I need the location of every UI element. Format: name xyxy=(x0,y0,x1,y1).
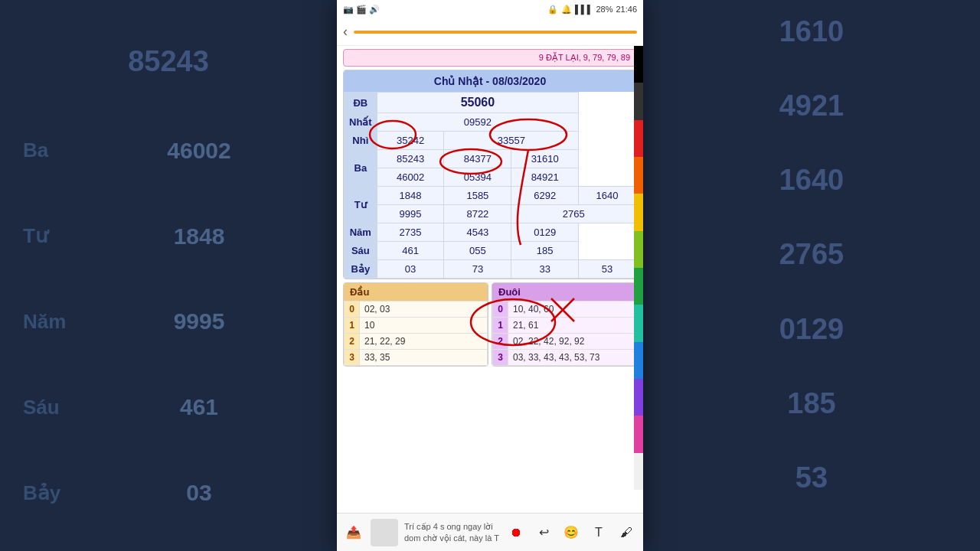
share-icon[interactable]: 📤 xyxy=(343,522,364,543)
sau-label: Sáu xyxy=(345,242,377,260)
dau-num: 2 xyxy=(345,334,360,350)
duoi-val: 21, 61 xyxy=(508,318,636,334)
bay-val-3: 33 xyxy=(511,260,579,279)
lottery-title: Chủ Nhật - 08/03/2020 xyxy=(344,70,636,92)
top-info-text: ĐẶT LẠI, 9, 79, 79, 89 xyxy=(546,53,630,62)
dau-num: 1 xyxy=(345,318,360,334)
undo-icon[interactable]: ↩ xyxy=(533,522,554,543)
color-orange xyxy=(634,157,643,194)
bg-val: 46002 xyxy=(77,138,322,164)
brush-icon[interactable]: 🖌 xyxy=(616,522,637,543)
duoi-row: 1 21, 61 xyxy=(493,318,636,334)
bg-val: 185 xyxy=(787,387,835,461)
emoji-icon[interactable]: 😊 xyxy=(560,522,582,543)
color-green xyxy=(634,268,643,305)
duoi-row: 3 03, 33, 43, 43, 53, 73 xyxy=(493,350,636,366)
duoi-row: 0 10, 40, 60 xyxy=(493,302,636,318)
thumbnail xyxy=(371,519,398,546)
tu-val-4: 1640 xyxy=(579,187,636,205)
nhat-label: Nhất xyxy=(345,113,377,132)
bg-val: 0129 xyxy=(779,313,844,387)
duoi-val: 02, 22, 42, 92, 92 xyxy=(508,334,636,350)
color-bar xyxy=(634,46,643,490)
duoi-num: 2 xyxy=(493,334,508,350)
record-button[interactable]: ⏺ xyxy=(505,522,527,543)
color-black xyxy=(634,46,643,83)
duoi-num: 0 xyxy=(493,302,508,318)
bg-val: 85243 xyxy=(15,45,322,78)
sau-val-1: 461 xyxy=(377,242,444,260)
nhi-val-1: 35242 xyxy=(377,132,444,150)
dau-box: Đầu 0 02, 03 1 10 2 21, 22, 29 3 33, 35 xyxy=(343,282,488,367)
duoi-val: 10, 40, 60 xyxy=(508,302,636,318)
bg-val: 1848 xyxy=(77,223,322,249)
color-teal xyxy=(634,305,643,341)
bg-row: Ba 46002 xyxy=(15,135,322,167)
db-label: ĐB xyxy=(345,93,377,113)
dau-val: 10 xyxy=(360,318,488,334)
bg-val: 9995 xyxy=(77,308,322,334)
background-left: 85243 Ba 46002 Tư 1848 Năm 9995 Sáu 461 … xyxy=(0,0,337,551)
status-bar: 📷 🎬 🔊 🔒 🔔 ▌▌▌ 28% 21:46 xyxy=(337,0,643,18)
color-white xyxy=(634,453,643,490)
table-row-bay: Bảy 03 73 33 53 xyxy=(345,260,636,279)
duoi-val: 03, 33, 43, 43, 53, 73 xyxy=(508,350,636,366)
progress-bar xyxy=(354,31,637,34)
bg-val: 461 xyxy=(77,394,322,420)
ba-val-1: 85243 xyxy=(377,150,444,168)
bay-label: Bảy xyxy=(345,260,377,279)
db-value: 55060 xyxy=(377,93,578,113)
bg-val: 4921 xyxy=(779,90,844,164)
tu-label: Tư xyxy=(345,187,377,223)
bg-label: Tư xyxy=(15,223,77,249)
nhi-val-2: 33557 xyxy=(444,132,579,150)
bg-row: Năm 9995 xyxy=(15,305,322,337)
bell-icon: 🔔 xyxy=(561,5,572,15)
tu-val-6: 8722 xyxy=(444,205,511,223)
nam-val-3: 0129 xyxy=(511,223,579,242)
table-row-ba2: 46002 05394 84921 xyxy=(345,168,636,187)
dau-header: Đầu xyxy=(344,283,488,301)
ba-val-2: 84377 xyxy=(444,150,511,168)
table-row-nam: Năm 2735 4543 0129 xyxy=(345,223,636,242)
bay-val-4: 53 xyxy=(579,260,636,279)
ba-val-4: 46002 xyxy=(377,168,444,187)
dau-row: 3 33, 35 xyxy=(345,350,488,366)
duoi-box: Đuôi 0 10, 40, 60 1 21, 61 2 02, 22, 42,… xyxy=(492,282,637,367)
nam-val-1: 2735 xyxy=(377,223,444,242)
nhat-value: 09592 xyxy=(377,113,578,132)
bottom-text: Trí cấp 4 s ong ngay lời dom chờ vội cát… xyxy=(404,521,499,543)
bg-row: Tư 1848 xyxy=(15,220,322,253)
sau-val-2: 055 xyxy=(444,242,511,260)
table-row-db: ĐB 55060 xyxy=(345,93,636,113)
color-pink xyxy=(634,416,643,452)
bg-row: Sáu 461 xyxy=(15,391,322,423)
bg-val: 03 xyxy=(77,480,322,506)
tu-val-7: 2765 xyxy=(511,205,636,223)
color-darkgray xyxy=(634,83,643,119)
back-button[interactable]: ‹ xyxy=(343,24,348,40)
dau-val: 33, 35 xyxy=(360,350,488,366)
nav-bar: ‹ xyxy=(337,18,643,46)
tu-val-5: 9995 xyxy=(377,205,444,223)
lock-icon: 🔒 xyxy=(547,5,558,15)
bg-label: Bảy xyxy=(15,480,77,506)
text-icon[interactable]: T xyxy=(588,522,609,543)
nhi-label: Nhì xyxy=(345,132,377,150)
lottery-table: ĐB 55060 Nhất 09592 Nhì 35242 33557 Ba 8… xyxy=(344,92,636,279)
bg-val: 2765 xyxy=(779,238,844,312)
dau-table: 0 02, 03 1 10 2 21, 22, 29 3 33, 35 xyxy=(344,301,488,366)
dau-num: 3 xyxy=(345,350,360,366)
bay-val-1: 03 xyxy=(377,260,444,279)
ba-val-3: 31610 xyxy=(511,150,579,168)
top-info-label: 9 xyxy=(539,53,544,62)
status-icons: 📷 🎬 🔊 xyxy=(343,5,380,15)
duoi-table: 0 10, 40, 60 1 21, 61 2 02, 22, 42, 92, … xyxy=(492,301,636,366)
background-right: 1610 4921 1640 2765 0129 185 53 xyxy=(643,0,980,551)
ba-val-6: 84921 xyxy=(511,168,579,187)
color-purple xyxy=(634,379,643,416)
table-row-tu2: 9995 8722 2765 xyxy=(345,205,636,223)
battery-label: 28% xyxy=(596,5,612,14)
nam-val-2: 4543 xyxy=(444,223,511,242)
top-info-box: 9 ĐẶT LẠI, 9, 79, 79, 89 xyxy=(343,49,637,67)
